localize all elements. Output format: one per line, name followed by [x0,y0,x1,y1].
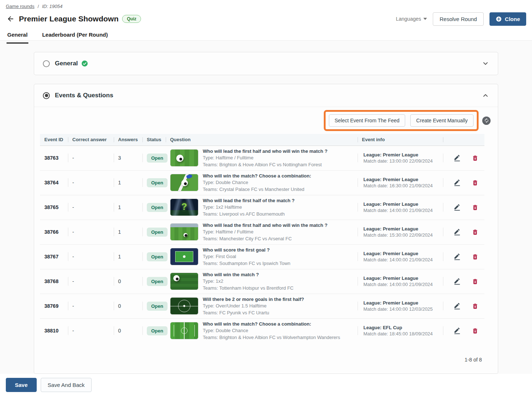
event-id: 38810 [44,328,59,334]
edit-button[interactable] [453,326,462,335]
highlight-box: Select Event From The Feed Create Event … [324,110,479,131]
breadcrumb-link[interactable]: Game rounds [6,4,35,9]
event-id: 38768 [44,278,59,284]
edit-button[interactable] [453,302,462,310]
question-thumbnail [170,199,198,216]
question-thumbnail [170,273,198,290]
answers-count: 0 [118,303,121,309]
delete-button[interactable] [471,203,479,212]
question-type: Type: Over/Under 1.5 Halftime [203,303,304,309]
question-title: Who will lead the first half of the matc… [203,197,295,204]
page-header: Game rounds / ID: 19054 Premier League S… [0,0,532,41]
pencil-icon [454,179,461,186]
col-header-question: Question [166,134,358,146]
sync-icon [484,118,489,123]
events-toolbar: Select Event From The Feed Create Event … [34,107,498,134]
clone-button[interactable]: Clone [489,12,526,26]
question-title: Who will win the match? Choose a combina… [203,173,311,179]
question-type: Type: Halftime / Fulltime [203,229,327,235]
chevron-down-icon[interactable] [482,60,489,67]
event-league: League: Premier League [363,177,443,182]
event-match-date: Match date: 14:00:00 21/09/2024 [363,282,443,287]
edit-button[interactable] [453,277,462,286]
question-teams: Teams: Brighton & Hove Albion FC vs Wolv… [203,334,340,341]
tab-general[interactable]: General [7,29,28,44]
event-match-date: Match date: 14:00:00 21/09/2024 [363,257,443,262]
delete-button[interactable] [471,253,479,261]
languages-label: Languages [396,16,421,22]
trash-icon [472,179,479,186]
edit-button[interactable] [453,228,462,236]
event-league: League: Premier League [363,251,443,256]
answers-count: 1 [118,204,121,210]
question-type: Type: 1x2 Halftime [203,204,295,211]
clone-button-label: Clone [505,16,520,22]
check-circle-icon [81,60,88,67]
edit-button[interactable] [453,178,462,187]
question-thumbnail [170,248,198,265]
correct-answer: - [72,229,74,235]
table-row: 38767 - 1 Open Who will score the first … [40,244,484,269]
table-row: 38810 - 0 Open Who will win the match? C… [40,318,484,343]
delete-button[interactable] [471,154,479,162]
pencil-icon [454,278,461,285]
save-and-back-button[interactable]: Save And Back [41,378,92,392]
content-area: General Events & Questions Select Event … [0,41,532,374]
select-event-from-feed-button[interactable]: Select Event From The Feed [329,114,406,127]
event-id: 38766 [44,229,59,235]
pencil-icon [454,327,461,334]
languages-dropdown[interactable]: Languages [396,16,427,22]
question-title: Will there be 2 or more goals in the fir… [203,296,304,303]
general-radio[interactable] [43,60,50,67]
answers-count: 0 [118,278,121,284]
general-section-header[interactable]: General [34,52,498,75]
delete-button[interactable] [471,302,479,310]
question-teams: Teams: Tottenham Hotspur vs Brentford FC [203,285,294,291]
pagination-label: 1-8 of 8 [40,343,483,373]
question-teams: Teams: Manchester City FC vs Arsenal FC [203,236,327,242]
trash-icon [472,204,479,211]
table-header-row: Event ID Correct answer Answers Status Q… [40,134,484,146]
events-section-header[interactable]: Events & Questions [34,84,498,107]
tab-leaderboard[interactable]: Leaderboard (Per Round) [41,29,109,44]
edit-button[interactable] [453,154,462,162]
trash-icon [472,229,479,236]
delete-button[interactable] [471,277,479,286]
status-badge: Open [147,302,168,311]
question-thumbnail [170,174,198,191]
question-teams: Teams: Crystal Palace FC vs Manchester U… [203,186,311,193]
event-league: League: Premier League [363,300,443,306]
status-badge: Open [147,228,168,237]
caret-down-icon [423,18,427,20]
back-button[interactable] [6,14,15,24]
question-type: Type: First Goal [203,253,290,260]
question-thumbnail [170,223,198,241]
delete-button[interactable] [471,179,479,187]
trash-icon [472,303,479,310]
delete-button[interactable] [471,327,479,335]
breadcrumb-current: ID: 19054 [42,4,63,9]
edit-button[interactable] [453,203,462,212]
quiz-badge: Quiz [122,15,141,23]
pencil-icon [454,154,461,162]
trash-icon [472,253,479,260]
col-header-status: Status [142,134,166,146]
pencil-icon [454,228,461,236]
question-title: Who will score the first goal ? [203,247,290,253]
resolve-round-button[interactable]: Resolve Round [433,12,484,26]
edit-button[interactable] [453,252,462,261]
question-teams: Teams: Brighton & Hove Albion FC vs Nott… [203,162,327,168]
chevron-up-icon[interactable] [482,92,489,99]
refresh-button[interactable] [482,117,491,125]
events-radio[interactable] [43,92,50,99]
save-button[interactable]: Save [6,378,37,392]
create-event-manually-button[interactable]: Create Event Manually [410,114,473,127]
event-match-date: Match date: 14:00:00 21/09/2024 [363,208,443,213]
breadcrumb: Game rounds / ID: 19054 [6,4,526,9]
delete-button[interactable] [471,228,479,236]
pencil-icon [454,253,461,260]
question-title: Who will win the match ? [203,272,294,278]
event-id: 38764 [44,180,59,185]
event-league: League: EFL Cup [363,325,443,330]
answers-count: 1 [118,180,121,185]
